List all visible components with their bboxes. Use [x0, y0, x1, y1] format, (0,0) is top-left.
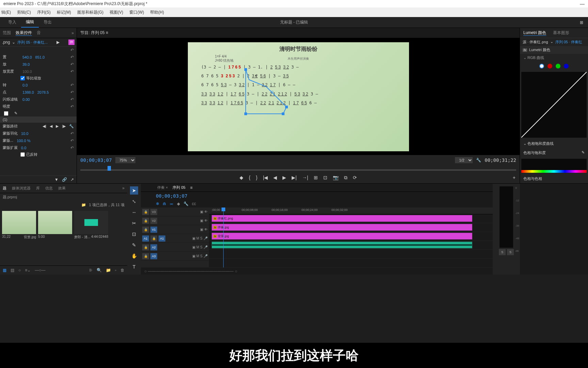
marker-icon[interactable]: ◆	[240, 175, 243, 181]
rotation-value[interactable]: 0.0	[22, 83, 28, 87]
add-button-icon[interactable]: +	[513, 175, 516, 180]
timeline-menu-icon[interactable]: ≡	[190, 185, 193, 190]
timeline-tab[interactable]: 伴奏	[157, 185, 168, 190]
timeline-tab-active[interactable]: 序列 05	[173, 185, 185, 190]
inverted-checkbox[interactable]	[20, 152, 25, 157]
reset-icon[interactable]: ↶	[70, 131, 74, 136]
menu-clip[interactable]: 剪辑(C)	[17, 10, 31, 15]
sort-icon[interactable]: ≡⌄	[25, 268, 31, 273]
mask-group-label[interactable]: (1)	[3, 118, 7, 122]
settings-icon[interactable]: 🔧	[476, 158, 481, 163]
tab-effects[interactable]: 效果	[58, 186, 66, 191]
hue-sat-curve[interactable]	[521, 159, 587, 173]
new-bin-icon[interactable]: 📁	[106, 268, 111, 273]
position-y[interactable]: 851.0	[35, 55, 45, 59]
lock-icon[interactable]: 🔒	[142, 218, 149, 224]
menu-help[interactable]: 帮助(H)	[150, 10, 164, 15]
tab-project[interactable]: 题	[3, 186, 6, 191]
lumetri-seq-link[interactable]: 序列 05 · 伴奏红	[555, 40, 582, 45]
reset-icon[interactable]: ↶	[70, 69, 74, 74]
position-x[interactable]: 540.0	[22, 55, 32, 59]
reset-icon[interactable]: ↶	[70, 55, 74, 60]
magnet-icon[interactable]: ⋒	[163, 201, 166, 206]
eyedropper-icon[interactable]: ✎	[14, 111, 17, 116]
lock-icon[interactable]: 🔒	[142, 244, 149, 250]
expand-icon[interactable]: ⌄	[523, 141, 527, 145]
rgb-master-dot[interactable]	[539, 64, 544, 68]
current-timecode[interactable]: 00;00;03;07	[80, 157, 112, 163]
share-icon[interactable]: ↗	[70, 177, 74, 182]
icon-view-icon[interactable]: ▤	[11, 268, 14, 273]
in-icon[interactable]: {	[249, 175, 250, 181]
reset-icon[interactable]: ↶	[70, 138, 74, 143]
source-a1[interactable]: A1	[142, 235, 149, 242]
tab-effect-controls[interactable]: 效果控件	[16, 30, 32, 36]
clip-v3[interactable]: fx伴奏红.png	[212, 215, 472, 222]
solo-button[interactable]: S	[499, 249, 506, 255]
flicker-value[interactable]: 0.00	[22, 97, 30, 102]
mask-play-back-icon[interactable]: ◀	[50, 124, 52, 128]
loop-icon[interactable]: ⟳	[353, 175, 357, 181]
rgb-green-dot[interactable]	[556, 64, 560, 68]
reset-icon[interactable]: ↶	[70, 97, 74, 102]
panel-overflow-icon[interactable]: »	[71, 31, 74, 35]
reset-icon[interactable]: ↶	[70, 48, 74, 52]
wrench-icon[interactable]: 🔧	[183, 201, 189, 206]
timeline-timecode[interactable]: 00;00;03;07	[156, 193, 187, 199]
play-icon[interactable]: ▶	[56, 40, 60, 45]
linked-icon[interactable]: ⫘	[169, 201, 174, 206]
eye-icon[interactable]: 👁	[204, 228, 208, 231]
uniform-scale-checkbox[interactable]	[20, 76, 25, 80]
mask-play-icon[interactable]: ▶	[56, 124, 59, 128]
folder-icon[interactable]: 📁	[81, 203, 86, 207]
reset-icon[interactable]: ↶	[70, 62, 74, 67]
menu-window[interactable]: 窗口(W)	[129, 10, 144, 15]
play-button[interactable]: ▶	[282, 175, 286, 181]
extract-icon[interactable]: ⊡	[323, 175, 327, 181]
filter-icon[interactable]: ▼	[54, 177, 59, 182]
razor-tool[interactable]: ✂	[130, 219, 138, 227]
workspace-icon[interactable]: ⊞	[580, 20, 583, 25]
timeline-playhead[interactable]	[223, 208, 224, 267]
chevron-down-icon[interactable]: ⌄	[550, 40, 553, 45]
zoom-slider[interactable]: —○—	[35, 268, 45, 273]
step-back-icon[interactable]: ◀	[273, 175, 277, 181]
minimize-button[interactable]: —	[580, 1, 585, 6]
target-icon[interactable]: ▣	[200, 210, 203, 214]
resolution-select[interactable]: 1/2	[455, 157, 473, 163]
lift-icon[interactable]: ⊞	[314, 175, 318, 181]
track-v3-label[interactable]: V3	[150, 209, 157, 215]
reset-icon[interactable]: ↶	[70, 90, 74, 95]
step-fwd-icon[interactable]: ▶|	[292, 175, 297, 181]
track-select-tool[interactable]: ⤡	[130, 197, 138, 205]
chevron-down-icon[interactable]: ⌄	[12, 40, 15, 45]
find-icon[interactable]: 🔍	[97, 268, 102, 273]
eyedropper-icon[interactable]: ✎	[582, 150, 585, 155]
out-icon[interactable]: }	[256, 175, 258, 181]
track-a3-label[interactable]: A3	[150, 253, 157, 259]
mask-next-icon[interactable]: |▶	[62, 124, 66, 128]
marker-icon[interactable]: ◆	[177, 201, 180, 206]
ws-tab-import[interactable]: 导入	[3, 17, 21, 27]
trash-icon[interactable]: 🗑	[120, 268, 125, 273]
tab-lumetri[interactable]: Lumetri 颜色	[523, 30, 546, 36]
rgb-red-dot[interactable]	[548, 64, 552, 68]
lock-icon[interactable]: 🔒	[150, 235, 157, 242]
hand-tool[interactable]: ✋	[130, 252, 138, 260]
pen-tool[interactable]: ✎	[130, 241, 138, 249]
slip-tool[interactable]: ⊡	[130, 230, 138, 238]
tab-media-browser[interactable]: 媒体浏览器	[12, 186, 31, 191]
clip-v2[interactable]: fx伴奏.jpg	[212, 224, 472, 231]
selection-tool[interactable]: ➤	[130, 186, 138, 195]
mask-opacity-value[interactable]: 100.0 %	[17, 139, 30, 143]
cc-icon[interactable]: cc	[192, 201, 196, 206]
track-a1-label[interactable]: A1	[159, 235, 165, 242]
eye-icon[interactable]: 👁	[204, 219, 208, 223]
track-a2-label[interactable]: A2	[150, 244, 157, 250]
snap-icon[interactable]: ❄	[156, 201, 159, 206]
zoom-select[interactable]: 75%	[115, 157, 135, 163]
reset-icon[interactable]: ↶	[70, 104, 74, 109]
mask-prev-icon[interactable]: ◀|	[43, 124, 46, 128]
mask-feather-value[interactable]: 10.0	[21, 132, 28, 136]
track-v2-label[interactable]: V2	[150, 218, 157, 224]
